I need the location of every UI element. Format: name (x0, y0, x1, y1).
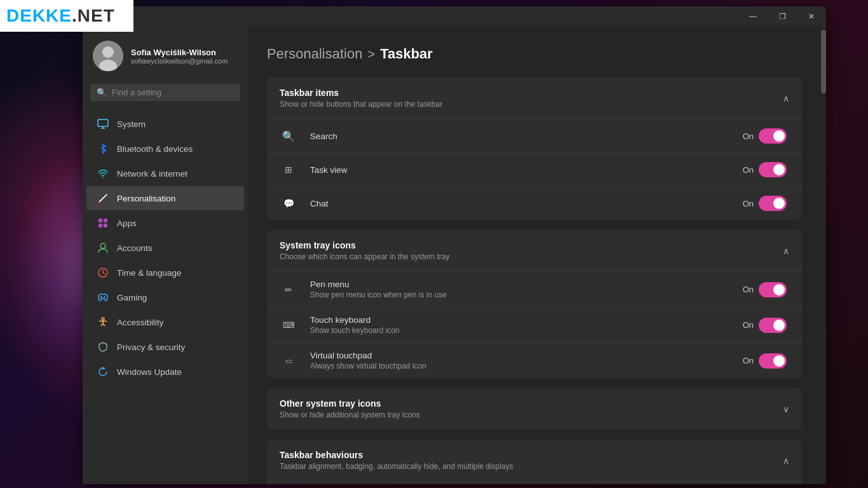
bluetooth-icon (97, 142, 109, 155)
search-setting-text: Search (310, 132, 735, 141)
sidebar-nav: System Bluetooth & devices (83, 111, 248, 384)
taskbar-items-header[interactable]: Taskbar items Show or hide buttons that … (267, 78, 802, 119)
pen-menu-setting-text: Pen menu Show pen menu icon when pen is … (310, 280, 735, 299)
virtual-touchpad-toggle[interactable] (759, 353, 787, 369)
clock-icon (97, 266, 109, 279)
pen-menu-toggle[interactable] (759, 282, 787, 297)
scrollbar[interactable] (821, 27, 826, 484)
virtual-touchpad-setting-icon: ▭ (280, 352, 297, 370)
svg-line-18 (103, 273, 105, 274)
task-view-setting-row: ⊞ Task view On (267, 152, 802, 186)
svg-rect-11 (98, 219, 102, 222)
system-tray-header[interactable]: System tray icons Choose which icons can… (267, 230, 802, 271)
sidebar-item-accessibility[interactable]: Accessibility (86, 310, 244, 334)
sidebar-item-system-label: System (117, 119, 234, 129)
maximize-button[interactable]: ❐ (768, 6, 797, 27)
sidebar-item-network[interactable]: Network & internet (86, 161, 244, 186)
taskbar-behaviours-section: Taskbar behaviours Taskbar alignment, ba… (267, 440, 802, 484)
sidebar-item-time[interactable]: Time & language (86, 261, 244, 285)
chat-on-label: On (743, 199, 754, 208)
user-name: Sofia Wyciślik-Wilson (131, 48, 227, 57)
person-icon (97, 241, 109, 254)
content-area: Personalisation > Taskbar Taskbar items … (248, 27, 821, 484)
system-tray-title: System tray icons (280, 240, 449, 250)
chat-toggle[interactable] (759, 196, 787, 211)
chat-setting-row: 💬 Chat On (267, 186, 802, 220)
sidebar-item-system[interactable]: System (86, 112, 244, 136)
other-tray-subtitle: Show or hide additional system tray icon… (280, 410, 420, 419)
grid-icon (97, 217, 109, 229)
settings-window: — ❐ ✕ Sofia Wyciślik-Wilson sofiawycisli… (83, 6, 826, 484)
svg-point-1 (102, 46, 114, 58)
taskbar-alignment-row: Taskbar alignment Centre ∨ (267, 481, 802, 484)
pen-menu-setting-control: On (743, 282, 787, 297)
touch-keyboard-setting-desc: Show touch keyboard icon (310, 326, 735, 335)
touch-keyboard-toggle[interactable] (759, 318, 787, 333)
user-info: Sofia Wyciślik-Wilson sofiawycislikwilso… (131, 48, 227, 65)
chat-setting-icon: 💬 (280, 194, 297, 212)
taskbar-items-section: Taskbar items Show or hide buttons that … (267, 78, 802, 220)
taskbar-items-title-block: Taskbar items Show or hide buttons that … (280, 88, 442, 109)
other-tray-header[interactable]: Other system tray icons Show or hide add… (267, 388, 802, 430)
svg-line-9 (101, 196, 105, 200)
sidebar-item-privacy[interactable]: Privacy & security (86, 335, 244, 359)
svg-rect-13 (98, 224, 102, 227)
task-view-setting-control: On (743, 162, 787, 177)
avatar (93, 41, 123, 71)
pen-menu-on-label: On (743, 285, 754, 294)
search-input[interactable] (112, 88, 234, 97)
sidebar-item-accounts-label: Accounts (117, 243, 234, 253)
accessibility-icon (97, 316, 109, 329)
svg-point-10 (98, 201, 100, 203)
touch-keyboard-setting-icon: ⌨ (280, 316, 297, 334)
sidebar-item-personalisation-label: Personalisation (117, 194, 234, 203)
sidebar: Sofia Wyciślik-Wilson sofiawycislikwilso… (83, 27, 248, 484)
search-on-label: On (743, 132, 754, 141)
svg-rect-14 (104, 224, 107, 227)
main-area: Sofia Wyciślik-Wilson sofiawycislikwilso… (83, 27, 826, 484)
chat-setting-control: On (743, 196, 787, 211)
sidebar-item-bluetooth[interactable]: Bluetooth & devices (86, 137, 244, 161)
virtual-touchpad-setting-text: Virtual touchpad Always show virtual tou… (310, 351, 735, 370)
touch-keyboard-setting-control: On (743, 318, 787, 333)
wifi-icon (97, 167, 109, 180)
chat-setting-text: Chat (310, 199, 735, 208)
sidebar-item-apps[interactable]: Apps (86, 211, 244, 235)
sidebar-item-windows-update[interactable]: Windows Update (86, 360, 244, 384)
other-tray-chevron: ∨ (783, 404, 789, 414)
sidebar-item-gaming[interactable]: Gaming (86, 285, 244, 309)
sidebar-item-accounts[interactable]: Accounts (86, 236, 244, 260)
touch-keyboard-setting-text: Touch keyboard Show touch keyboard icon (310, 315, 735, 335)
taskbar-behaviours-title-block: Taskbar behaviours Taskbar alignment, ba… (280, 450, 513, 471)
taskbar-behaviours-header[interactable]: Taskbar behaviours Taskbar alignment, ba… (267, 440, 802, 481)
search-setting-control: On (743, 128, 787, 144)
sidebar-item-personalisation[interactable]: Personalisation (86, 186, 244, 210)
virtual-touchpad-on-label: On (743, 356, 754, 365)
sidebar-item-time-label: Time & language (117, 268, 234, 278)
search-toggle[interactable] (759, 128, 787, 144)
task-view-setting-label: Task view (310, 165, 735, 175)
breadcrumb-separator: > (367, 47, 375, 62)
svg-point-7 (102, 177, 104, 179)
monitor-icon (97, 118, 109, 130)
task-view-toggle[interactable] (759, 162, 787, 177)
svg-point-22 (104, 297, 105, 299)
sidebar-item-network-label: Network & internet (117, 169, 234, 179)
minimize-button[interactable]: — (738, 6, 768, 27)
search-setting-icon: 🔍 (280, 127, 297, 145)
chat-setting-label: Chat (310, 199, 735, 208)
sidebar-item-accessibility-label: Accessibility (117, 318, 234, 327)
taskbar-items-title: Taskbar items (280, 88, 442, 98)
taskbar-items-chevron: ∧ (783, 93, 789, 104)
title-bar: — ❐ ✕ (83, 6, 826, 27)
touch-keyboard-on-label: On (743, 320, 754, 330)
close-button[interactable]: ✕ (797, 6, 826, 27)
scrollbar-thumb[interactable] (821, 30, 826, 93)
taskbar-behaviours-subtitle: Taskbar alignment, badging, automaticall… (280, 462, 513, 471)
virtual-touchpad-setting-row: ▭ Virtual touchpad Always show virtual t… (267, 342, 802, 378)
task-view-setting-icon: ⊞ (280, 161, 297, 179)
other-tray-title-block: Other system tray icons Show or hide add… (280, 398, 420, 419)
search-box[interactable]: 🔍 (90, 84, 240, 101)
breadcrumb-parent[interactable]: Personalisation (267, 46, 362, 62)
search-setting-label: Search (310, 132, 735, 141)
